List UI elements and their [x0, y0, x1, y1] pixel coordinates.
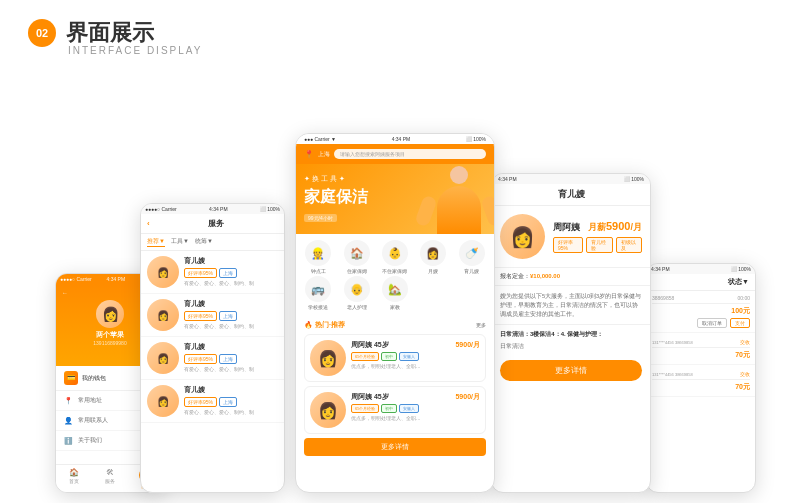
p4-desc-text: 嫂为您提供以下5大服务，主面以0到3岁的日常保健与护理，早期教育为主，日常清洁的…	[500, 293, 641, 317]
p5-cancel-btn-1[interactable]: 取消订单	[697, 318, 727, 328]
p5-order3-amount: 70元	[652, 382, 750, 392]
p3-search-placeholder: 请输入您想搜索阿姨服务项目	[340, 151, 405, 157]
p1-nav-home[interactable]: 🏠 首页	[56, 468, 92, 489]
p3-more-link[interactable]: 更多	[476, 322, 486, 328]
p3-hot-title: 🔥 热门·推荐 更多	[304, 320, 486, 330]
p5-battery: ⬜ 100%	[731, 266, 751, 272]
p2-service-card-1: 👩 育儿嫂 好评率95% 上海 有爱心、爱心、爱心、制约、制	[141, 251, 284, 294]
address-icon: 📍	[64, 397, 73, 405]
p2-nav: 推荐▼ 工具▼ 统筹▼	[141, 234, 284, 251]
p1-time: 4:34 PM	[106, 276, 125, 282]
p2-avatar-3: 👩	[147, 342, 179, 374]
p3-icon-zhujia[interactable]: 🏠 住家保姆	[338, 240, 374, 274]
p2-info-3: 育儿嫂 好评率95% 上海 有爱心、爱心、爱心、制约、制	[184, 342, 278, 372]
p1-nav-service[interactable]: 🛠 服务	[92, 468, 128, 489]
p4-monthly-fee: 月薪5900/月	[588, 220, 642, 234]
header-title: 界面展示	[66, 18, 154, 48]
zhujia-icon: 🏠	[344, 240, 370, 266]
p3-worker-name-1: 周阿姨 45岁	[351, 340, 389, 350]
p4-rating: 好评率95% 育儿经验 初级以及	[553, 237, 642, 253]
phone-5-orders: 4:34 PM ⬜ 100% 状态▼ 38869858 00:00 100元 取…	[646, 263, 756, 493]
yuesao-icon: 👩	[420, 240, 446, 266]
p2-time: 4:34 PM	[209, 206, 228, 212]
p5-header: 状态▼	[647, 274, 755, 291]
p1-avatar: 👩	[96, 300, 124, 328]
p2-tag-rating: 好评率95%	[184, 268, 217, 278]
page-background: 02 界面展示 INTERFACE DISPLAY ●●●●○ Carrier …	[0, 0, 806, 503]
p5-order1-id: 38869858	[652, 295, 674, 301]
p3-banner-figure	[424, 164, 494, 234]
p5-order1-actions: 取消订单 支付	[652, 318, 750, 328]
p3-worker-photo-1: 👩	[310, 340, 346, 376]
p2-info-4: 育儿嫂 好评率95% 上海 有爱心、爱心、爱心、制约、制	[184, 385, 278, 415]
p3-worker-desc-1: 优点多，明明处理老人、全职...	[351, 363, 480, 370]
p2-nav-tools[interactable]: 工具▼	[171, 237, 189, 247]
p3-icon-laoren[interactable]: 👴 老人护理	[338, 276, 374, 310]
p3-search-input[interactable]: 请输入您想搜索阿姨服务项目	[334, 149, 486, 159]
p3-banner-title: 家庭保洁	[304, 187, 368, 206]
location-pin-icon: 📍	[304, 150, 314, 159]
p3-service-grid: 👷 钟点工 🏠 住家保姆 👶 不住家保姆 👩 月嫂 🍼 育儿嫂	[296, 234, 494, 316]
p5-order3-status: 交收	[740, 371, 750, 377]
p3-hot-section: 🔥 热门·推荐 更多 👩 周阿姨 45岁 5900/月 65个月经验 初中	[296, 316, 494, 460]
back-arrow-icon[interactable]: ‹	[147, 219, 150, 228]
p3-icon-yuesao[interactable]: 👩 月嫂	[415, 240, 451, 274]
p2-service-card-4: 👩 育儿嫂 好评率95% 上海 有爱心、爱心、爱心、制约、制	[141, 380, 284, 423]
p3-searchbar: 📍 上海 请输入您想搜索阿姨服务项目	[296, 144, 494, 164]
p2-battery: ⬜ 100%	[260, 206, 280, 212]
p5-order2-amount: 70元	[652, 350, 750, 360]
p4-worker-name: 周阿姨	[553, 221, 580, 234]
p5-order-3: 131****4456 38669858 交收 70元	[647, 367, 755, 397]
header-subtitle: INTERFACE DISPLAY	[68, 45, 202, 56]
p3-icon-zhongdian[interactable]: 👷 钟点工	[300, 240, 336, 274]
p3-banner-subtitle: ✦ 换 工 具 ✦	[304, 174, 345, 184]
p2-tag-rating-3: 好评率95%	[184, 354, 217, 364]
p4-deposit: 报名定金：¥10,000.00	[492, 268, 650, 286]
yuersao-icon: 🍼	[459, 240, 485, 266]
p5-order-1: 38869858 00:00 100元 取消订单 支付	[647, 291, 755, 333]
p3-worker-price-1: 5900/月	[455, 340, 480, 350]
p3-worker-details-2: 周阿姨 45岁 5900/月 65个月经验 初中 安徽人 优点多，明明处理老人、…	[351, 392, 480, 422]
p2-nav-recommend[interactable]: 推荐▼	[147, 237, 165, 247]
p2-info-2: 育儿嫂 好评率95% 上海 有爱心、爱心、爱心、制约、制	[184, 299, 278, 329]
p5-order1-amount: 100元	[652, 306, 750, 316]
phone-2-service-list: ●●●●○ Carrier 4:34 PM ⬜ 100% ‹ 服务 推荐▼ 工具…	[140, 203, 285, 493]
p4-level-badge: 初级以及	[616, 237, 642, 253]
p4-more-btn[interactable]: 更多详情	[500, 360, 642, 381]
p5-order2-status: 交收	[740, 339, 750, 345]
p2-title: 服务	[154, 218, 278, 229]
p4-exp-badge: 育儿经验	[586, 237, 612, 253]
phone-4-detail: 4:34 PM ⬜ 100% 育儿嫂 👩 周阿姨 月薪5900/月 好评率95%…	[491, 173, 651, 493]
p5-order-2: 131****4456 38669858 交收 70元	[647, 335, 755, 365]
p3-wtag-edu-1: 初中	[381, 352, 397, 361]
p3-icon-xuexiao[interactable]: 🚌 学校接送	[300, 276, 336, 310]
phones-container: ●●●●○ Carrier 4:34 PM ⬜ 100% ← 👩 两个苹果 13…	[0, 60, 806, 503]
p4-profile: 👩 周阿姨 月薪5900/月 好评率95% 育儿经验 初级以及	[492, 206, 650, 268]
p4-battery: ⬜ 100%	[624, 176, 644, 182]
jiajiao-icon: 🏡	[382, 276, 408, 302]
p4-photo: 👩	[500, 214, 545, 259]
p4-carrier: 4:34 PM	[498, 176, 517, 182]
p3-wtag-exp-2: 65个月经验	[351, 404, 379, 413]
p1-contacts-label: 常用联系人	[78, 416, 108, 425]
p1-carrier: ●●●●○ Carrier	[60, 276, 92, 282]
p3-worker-desc-2: 优点多，明明处理老人、全职...	[351, 415, 480, 422]
p3-icon-bujia[interactable]: 👶 不住家保姆	[377, 240, 413, 274]
p2-nav-stats[interactable]: 统筹▼	[195, 237, 213, 247]
p3-worker-tags-1: 65个月经验 初中 安徽人	[351, 352, 480, 361]
p3-more-btn[interactable]: 更多详情	[304, 438, 486, 456]
p3-worker-card-2: 👩 周阿姨 45岁 5900/月 65个月经验 初中 安徽人 优点多，明明处理老…	[304, 386, 486, 434]
p3-hot-label: 🔥 热门·推荐	[304, 320, 345, 330]
p3-wtag-exp-1: 65个月经验	[351, 352, 379, 361]
p3-icon-jiajiao[interactable]: 🏡 家教	[377, 276, 413, 310]
p5-pay-btn-1[interactable]: 支付	[730, 318, 750, 328]
p5-status-filter[interactable]: 状态▼	[728, 278, 749, 285]
p4-header: 育儿嫂	[492, 184, 650, 206]
p3-wtag-origin-1: 安徽人	[399, 352, 419, 361]
p2-avatar-4: 👩	[147, 385, 179, 417]
p3-icon-yuersao[interactable]: 🍼 育儿嫂	[454, 240, 490, 274]
header-number: 02	[28, 19, 56, 47]
p3-worker-card-1: 👩 周阿姨 45岁 5900/月 65个月经验 初中 安徽人 优点多，明明处理老…	[304, 334, 486, 382]
p2-tag-city-4: 上海	[219, 397, 237, 407]
p2-tag-city-3: 上海	[219, 354, 237, 364]
